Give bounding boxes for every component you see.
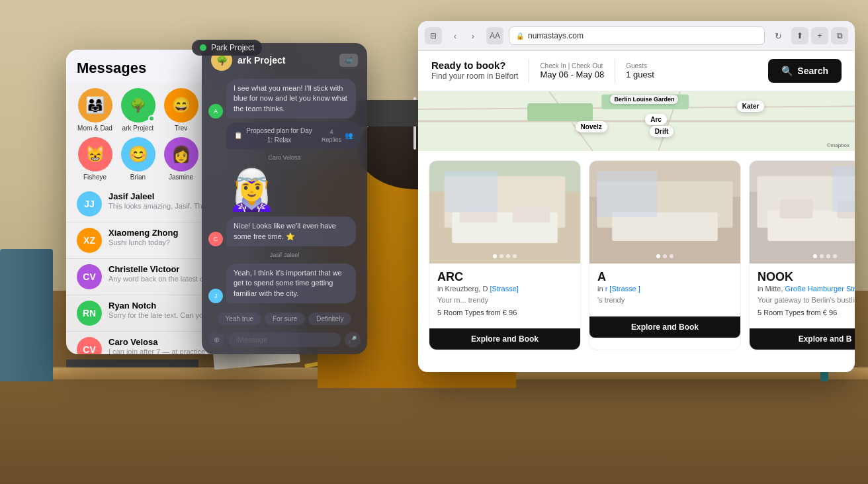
pinned-contact-ark-project[interactable]: 🌳 ark Project [120,88,156,132]
search-icon: 🔍 [781,66,793,76]
browser-action-buttons: ⬆ + ⧉ [791,27,848,44]
received-message-jasif: J Yeah, I think it's important that we g… [208,264,361,303]
quick-reply-definitely[interactable]: Definitely [308,313,351,325]
map-label-novelz[interactable]: Novelz [576,121,607,132]
arc-room-illustration [429,161,580,264]
browser-content: Ready to book? Find your room in Belfort… [418,51,855,372]
memoji-sticker: 🧝‍♀️ [228,166,275,213]
browser-nav-controls: ‹ › [447,28,481,44]
reader-icon: AA [490,31,500,40]
dot-2 [499,254,503,258]
middle-image-dots [656,254,673,258]
system-card: 📋 Proposed plan for Day 1: Relax 4 Repli… [226,122,361,149]
forward-icon: › [472,31,474,41]
guests-label: Guests [626,62,654,70]
mom-dad-label: Mom & Dad [77,124,112,132]
share-button[interactable]: ⬆ [791,27,808,44]
reload-button[interactable]: ↻ [770,28,786,44]
quick-reply-for-sure[interactable]: For sure [265,313,305,325]
nook-room-illustration [750,161,855,264]
property-card-arc[interactable]: ARC in Kreuzberg, D [Strasse] Your m... … [429,160,581,350]
sender-avatar-1: A [208,104,223,119]
property-card-middle[interactable]: A in r [Strasse ] 's trendy Explore and … [589,160,741,350]
url-text: numastays.com [528,31,584,40]
nook-location-link[interactable]: Große Hamburger Str. 23 [785,285,855,293]
christelle-avatar: CV [77,264,102,289]
back-button[interactable]: ‹ [447,28,463,44]
checkin-field[interactable]: Check In | Check Out May 06 - May 08 [540,62,604,79]
arc-location-link[interactable]: [Strasse] [490,285,519,293]
reload-icon: ↻ [775,31,782,41]
proposal-text: Proposed plan for Day 1: Relax [245,126,313,145]
map-label-kater[interactable]: Kater [737,101,765,112]
arc-explore-button[interactable]: Explore and Book [429,328,580,350]
nook-description: Your gateway to Berlin's bustling... [758,295,855,305]
pinned-contact-brian[interactable]: 😊 Brian [120,137,156,181]
tabs-button[interactable]: ⧉ [831,27,848,44]
arc-location: in Kreuzberg, D [Strasse] [437,285,572,293]
svg-rect-23 [780,200,813,218]
replies-count: 4 Replies [322,128,341,144]
property-card-nook[interactable]: NOOK in Mitte, Große Hamburger Str. 23 Y… [749,160,855,350]
dot-2 [820,254,824,258]
dot-4 [513,254,517,258]
sidebar-icon-button[interactable]: ⊟ [425,27,442,44]
trev-label: Trev [175,124,188,132]
pinned-contact-fisheye[interactable]: 😸 Fisheye [77,137,113,181]
chat-panel: 🌳 ark Project 📹 A I see what you mean! I… [202,43,367,354]
jasif-avatar: JJ [77,191,102,217]
map-label-drift[interactable]: Drift [650,126,674,137]
add-tab-button[interactable]: + [811,27,828,44]
nook-image-dots [813,254,837,258]
nook-property-image [750,161,855,264]
park-online-dot [200,44,206,51]
search-button[interactable]: 🔍 Search [768,59,842,83]
message-input[interactable]: iMessage [228,332,341,347]
middle-room-illustration [589,161,740,264]
quick-reply-yeah-true[interactable]: Yeah true [218,313,261,325]
brian-label: Brian [130,173,146,181]
pinned-contact-trev[interactable]: 😄 Trev [163,88,199,132]
middle-explore-button[interactable]: Explore and Book [589,316,740,338]
checkin-value: May 06 - May 08 [540,70,604,79]
ark-project-label: ark Project [122,124,154,132]
svg-rect-12 [512,207,550,222]
nook-location-prefix: in Mitte, [758,285,785,293]
pinned-contact-jasmine[interactable]: 👩 Jasmine [163,137,199,181]
browser-panel: ⊟ ‹ › AA 🔒 numastays.com ↻ ⬆ + [418,21,855,372]
proposal-icon: 📋 [234,131,242,140]
checkin-label: Check In | Check Out [540,62,604,70]
guests-value: 1 guest [626,70,654,79]
map-label-arc[interactable]: Arc [645,114,667,125]
svg-rect-5 [527,103,593,121]
dot-1 [493,254,497,258]
apps-icon-button[interactable]: ⊕ [208,332,224,348]
reader-mode-button[interactable]: AA [486,27,503,44]
video-call-button[interactable]: 📹 [339,54,358,67]
messages-title: Messages [77,60,146,77]
xiaomeng-name: Xiaomeng Zhong [108,228,178,238]
nook-price: 5 Room Types from € 96 [758,309,855,316]
ark-project-emoji: 🌳 [130,97,146,113]
dot-3 [826,254,830,258]
share-icon: ⬆ [797,31,803,40]
middle-location-prefix: in [597,285,605,293]
middle-location-link[interactable]: r [Strasse ] [605,285,640,293]
map-area[interactable]: Arc Kater Novelz Drift Berlin Louise Gar… [418,91,855,151]
svg-rect-25 [832,166,855,213]
guests-field[interactable]: Guests 1 guest [626,62,654,79]
forward-button[interactable]: › [465,28,481,44]
bubble-jasif: Yeah, I think it's important that we get… [226,264,356,303]
middle-name: A [597,270,732,284]
nook-explore-button[interactable]: Explore and B [750,328,855,350]
mom-dad-emoji: 👨‍👩‍👧 [85,96,105,115]
received-message-caro: C Nice! Looks like we'll even have some … [208,217,361,246]
pinned-contact-mom-dad[interactable]: 👨‍👩‍👧 Mom & Dad [77,88,113,132]
caro-avatar: CV [77,337,102,354]
browser-sidebar-button[interactable]: ⊟ [425,27,442,44]
xiaomeng-avatar: XZ [77,228,102,253]
address-bar[interactable]: 🔒 numastays.com [509,26,765,45]
audio-icon-button[interactable]: 🎤 [345,332,361,348]
fisheye-emoji: 😸 [85,145,105,164]
jasmine-label: Jasmine [169,173,193,181]
